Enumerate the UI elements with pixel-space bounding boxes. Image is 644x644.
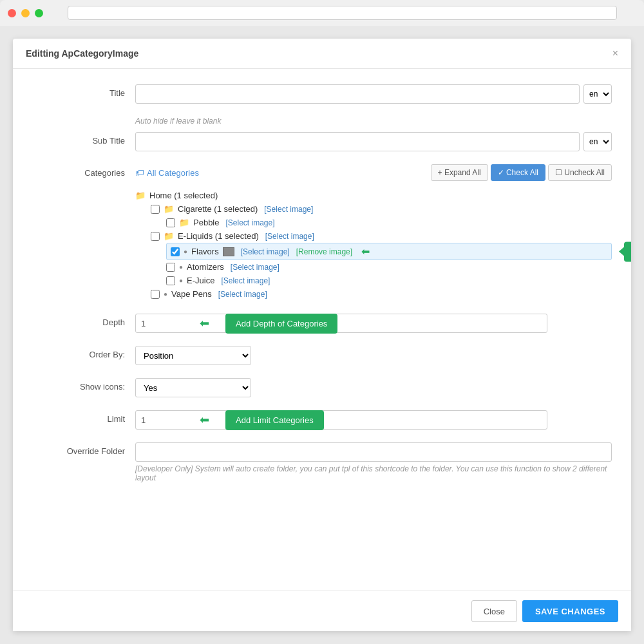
override-folder-label: Override Folder xyxy=(32,442,135,456)
title-bar xyxy=(0,0,644,26)
title-label: Title xyxy=(32,84,135,98)
override-folder-input[interactable] xyxy=(135,442,612,462)
limit-control-wrap: ⬅ Add Limit Categories xyxy=(135,410,612,430)
browser-window: Editting ApCategoryImage × Title en Auto… xyxy=(0,0,644,644)
flavor-image-thumb xyxy=(223,247,234,256)
cat-select-image-eliquids[interactable]: [Select image] xyxy=(265,232,314,241)
cat-checkbox-pebble[interactable] xyxy=(166,218,175,227)
order-by-label: Order By: xyxy=(32,346,135,359)
override-folder-control-wrap: [Developer Only] System will auto create… xyxy=(135,442,612,482)
traffic-light-red[interactable] xyxy=(8,9,16,17)
show-icons-select[interactable]: Yes No xyxy=(135,378,251,397)
show-icons-label: Show icons: xyxy=(32,378,135,392)
cat-checkbox-atomizers[interactable] xyxy=(166,263,175,272)
cat-select-image-ejuice[interactable]: [Select image] xyxy=(221,276,270,285)
cat-checkbox-vapepens[interactable] xyxy=(151,290,160,299)
panel-header: Editting ApCategoryImage × xyxy=(13,39,631,69)
order-by-row: Order By: Position Name ID xyxy=(32,346,612,365)
cat-label-cigarette: Cigarette (1 selected) xyxy=(178,204,258,214)
depth-arrow: ⬅ xyxy=(200,316,209,330)
traffic-light-yellow[interactable] xyxy=(21,9,30,17)
expand-all-label: + Expand All xyxy=(438,168,481,177)
title-hint: Auto hide if leave it blank xyxy=(135,117,612,126)
panel-title: Editting ApCategoryImage xyxy=(26,48,138,59)
panel-body: Title en Auto hide if leave it blank Sub… xyxy=(13,69,631,591)
close-modal-button[interactable]: Close xyxy=(471,600,517,622)
cat-checkbox-flavors[interactable] xyxy=(171,247,180,256)
override-folder-row: Override Folder [Developer Only] System … xyxy=(32,442,612,482)
dot-icon-flavors: ● xyxy=(184,248,187,255)
subtitle-control-wrap: en xyxy=(135,132,612,151)
cat-item-eliquids: 📁 E-Liquids (1 selected) [Select image] xyxy=(151,229,612,243)
categories-section: 🏷 All Categories + Expand All ✓ Check Al… xyxy=(135,164,612,301)
cat-select-image-flavors[interactable]: [Select image] xyxy=(241,247,290,256)
depth-label: Depth xyxy=(32,314,135,327)
folder-icon-cigarette: 📁 xyxy=(164,204,174,214)
all-categories-link[interactable]: 🏷 All Categories xyxy=(135,167,199,178)
limit-label: Limit xyxy=(32,410,135,424)
cat-item-home: 📁 Home (1 selected) xyxy=(135,189,612,202)
order-by-select[interactable]: Position Name ID xyxy=(135,346,251,365)
cat-checkbox-eliquids[interactable] xyxy=(151,232,160,241)
title-lang-select[interactable]: en xyxy=(583,84,612,104)
cat-item-cigarette: 📁 Cigarette (1 selected) [Select image] xyxy=(151,202,612,216)
folder-icon-home: 📁 xyxy=(135,191,146,200)
dot-icon-atomizers: ● xyxy=(179,263,183,270)
categories-label: Categories xyxy=(32,164,135,178)
limit-arrow: ⬅ xyxy=(200,413,209,427)
cat-item-flavors: ● Flavors [Select image] [Remove image] … xyxy=(166,243,612,260)
cat-label-ejuice: E-Juice xyxy=(187,276,214,285)
cat-label-vapepens: Vape Pens xyxy=(171,289,212,299)
subtitle-input[interactable] xyxy=(135,132,580,151)
cat-checkbox-ejuice[interactable] xyxy=(166,276,175,285)
cat-label-pebble: Pebble xyxy=(193,218,219,227)
title-input[interactable] xyxy=(135,84,580,104)
category-buttons: + Expand All ✓ Check All ☐ Uncheck All xyxy=(431,164,612,181)
cat-label-home: Home (1 selected) xyxy=(149,191,218,200)
cat-item-ejuice: ● E-Juice [Select image] xyxy=(166,274,612,287)
subtitle-row: Sub Title en xyxy=(32,132,612,151)
order-by-control-wrap: Position Name ID xyxy=(135,346,612,365)
cat-remove-image-flavors[interactable]: [Remove image] xyxy=(296,247,352,256)
cat-item-pebble: 📁 Pebble [Select image] xyxy=(166,216,612,229)
dot-icon-ejuice: ● xyxy=(179,277,183,284)
limit-input[interactable] xyxy=(135,410,547,430)
uncheck-all-label: ☐ Uncheck All xyxy=(555,168,605,177)
depth-input[interactable] xyxy=(135,314,547,333)
save-changes-button[interactable]: SAVE CHANGES xyxy=(522,600,618,622)
tag-icon: 🏷 xyxy=(135,167,144,178)
cat-label-flavors: Flavors xyxy=(191,247,219,256)
check-all-label: ✓ Check All xyxy=(498,168,538,177)
folder-icon-pebble: 📁 xyxy=(179,218,189,227)
uncheck-all-button[interactable]: ☐ Uncheck All xyxy=(548,164,612,181)
category-tree: 📁 Home (1 selected) 📁 Cigarette (1 selec… xyxy=(135,189,612,301)
title-control-wrap: en xyxy=(135,84,612,104)
cat-select-image-cigarette[interactable]: [Select image] xyxy=(264,205,313,214)
folder-icon-eliquids: 📁 xyxy=(164,231,174,241)
show-icons-control-wrap: Yes No xyxy=(135,378,612,397)
cat-select-image-vapepens[interactable]: [Select image] xyxy=(218,290,267,299)
panel-close-button[interactable]: × xyxy=(612,48,618,59)
depth-control-wrap: ⬅ Add Depth of Categories xyxy=(135,314,612,333)
check-all-button[interactable]: ✓ Check All xyxy=(491,164,545,181)
cat-label-atomizers: Atomizers xyxy=(187,262,224,272)
cat-checkbox-cigarette[interactable] xyxy=(151,205,160,214)
cat-select-image-pebble[interactable]: [Select image] xyxy=(225,218,274,227)
select-remove-tooltip: Select & Remove categories, image xyxy=(624,242,631,261)
dev-note: [Developer Only] System will auto create… xyxy=(135,464,612,482)
browser-body: Editting ApCategoryImage × Title en Auto… xyxy=(0,26,644,644)
cat-select-image-atomizers[interactable]: [Select image] xyxy=(231,263,279,272)
url-bar[interactable] xyxy=(68,6,617,20)
limit-tooltip: Add Limit Categories xyxy=(225,410,324,430)
tooltip-arrow xyxy=(619,247,624,256)
show-icons-row: Show icons: Yes No xyxy=(32,378,612,397)
limit-row: Limit ⬅ Add Limit Categories xyxy=(32,410,612,430)
categories-header: 🏷 All Categories + Expand All ✓ Check Al… xyxy=(135,164,612,181)
modal-panel: Editting ApCategoryImage × Title en Auto… xyxy=(13,39,631,631)
depth-row: Depth ⬅ Add Depth of Categories xyxy=(32,314,612,333)
expand-all-button[interactable]: + Expand All xyxy=(431,164,488,181)
depth-tooltip: Add Depth of Categories xyxy=(225,314,337,334)
cat-label-eliquids: E-Liquids (1 selected) xyxy=(178,231,259,241)
traffic-light-green[interactable] xyxy=(35,9,43,17)
subtitle-lang-select[interactable]: en xyxy=(583,132,612,151)
